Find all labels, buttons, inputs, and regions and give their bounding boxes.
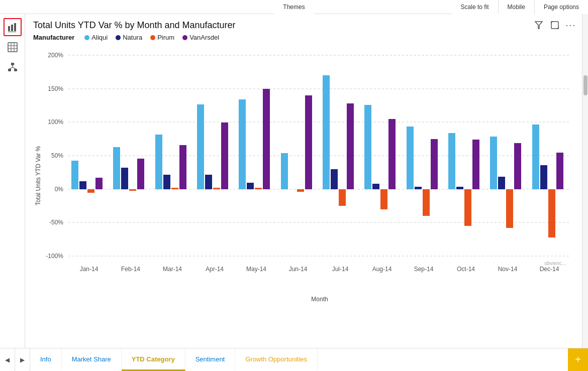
tab-info[interactable]: Info xyxy=(30,348,62,371)
svg-rect-90 xyxy=(548,189,555,237)
svg-rect-89 xyxy=(540,165,547,189)
sidebar-hierarchy[interactable] xyxy=(4,58,22,76)
expand-icon[interactable] xyxy=(549,19,561,31)
svg-rect-88 xyxy=(532,125,539,189)
vanarsdel-label: VanArsdel xyxy=(189,34,219,41)
filter-icon[interactable] xyxy=(533,19,545,31)
legend-vanarsdel: VanArsdel xyxy=(182,34,219,41)
svg-text:May-14: May-14 xyxy=(246,266,266,273)
tab-market-share[interactable]: Market Share xyxy=(62,348,122,371)
svg-rect-52 xyxy=(137,159,144,189)
scale-to-fit-button[interactable]: Scale to fit xyxy=(452,0,498,14)
svg-rect-4 xyxy=(8,43,17,52)
svg-rect-77 xyxy=(415,187,422,189)
top-toolbar: Themes Scale to fit Mobile Page options xyxy=(0,0,588,14)
tab-prev-button[interactable]: ◀ xyxy=(0,348,15,371)
svg-text:150%: 150% xyxy=(48,85,63,92)
svg-rect-3 xyxy=(8,32,16,32)
sidebar-bar-chart[interactable] xyxy=(4,18,22,36)
svg-rect-72 xyxy=(364,105,371,189)
svg-rect-81 xyxy=(456,187,463,189)
tab-growth-label: Growth Opportunities xyxy=(245,355,307,363)
tab-market-label: Market Share xyxy=(72,355,111,363)
svg-text:50%: 50% xyxy=(51,152,63,159)
tab-sentiment[interactable]: Sentiment xyxy=(185,348,236,371)
chart-legend: Manufacturer Aliqui Natura Pirum VanArsd… xyxy=(33,34,574,41)
svg-line-13 xyxy=(10,67,13,69)
svg-rect-73 xyxy=(372,184,379,189)
left-sidebar xyxy=(0,14,25,348)
tab-sentiment-label: Sentiment xyxy=(195,355,225,363)
tab-info-label: Info xyxy=(40,355,51,363)
svg-rect-10 xyxy=(8,69,11,71)
svg-rect-68 xyxy=(323,75,330,189)
main-layout: ··· Total Units YTD Var % by Month and M… xyxy=(0,14,588,348)
svg-text:obvienc...: obvienc... xyxy=(544,261,566,266)
svg-rect-83 xyxy=(472,140,479,189)
right-scrollbar[interactable] xyxy=(582,14,588,348)
svg-text:Sep-14: Sep-14 xyxy=(414,266,434,273)
add-tab-button[interactable]: + xyxy=(568,348,588,371)
svg-rect-67 xyxy=(305,95,312,189)
svg-text:Month: Month xyxy=(311,296,328,303)
aliqui-dot xyxy=(84,35,89,40)
tab-ytd-category[interactable]: YTD Category xyxy=(122,348,185,371)
chart-toolbar: ··· xyxy=(533,19,577,31)
natura-label: Natura xyxy=(123,34,142,41)
tab-next-button[interactable]: ▶ xyxy=(15,348,30,371)
svg-rect-48 xyxy=(95,178,103,189)
sidebar-table[interactable] xyxy=(4,38,22,56)
svg-rect-64 xyxy=(263,89,270,189)
themes-button[interactable]: Themes xyxy=(274,0,314,14)
svg-text:0%: 0% xyxy=(55,186,64,193)
svg-line-14 xyxy=(13,67,16,69)
svg-rect-1 xyxy=(11,25,13,31)
page-options-button[interactable]: Page options xyxy=(534,0,588,14)
svg-text:200%: 200% xyxy=(48,52,63,59)
svg-rect-2 xyxy=(14,23,16,31)
svg-rect-84 xyxy=(490,137,497,189)
chart-title: Total Units YTD Var % by Month and Manuf… xyxy=(33,20,574,31)
svg-rect-63 xyxy=(255,188,262,189)
svg-text:Total Units YTD Var %: Total Units YTD Var % xyxy=(35,146,42,206)
svg-rect-70 xyxy=(339,189,346,206)
svg-rect-57 xyxy=(197,104,204,189)
legend-natura: Natura xyxy=(116,34,142,41)
svg-text:Aug-14: Aug-14 xyxy=(372,266,392,273)
scrollbar-thumb[interactable] xyxy=(583,75,587,95)
svg-rect-80 xyxy=(448,133,455,189)
mobile-button[interactable]: Mobile xyxy=(498,0,534,14)
svg-rect-56 xyxy=(179,145,186,189)
toolbar-center: Themes xyxy=(274,0,314,14)
tab-growth-opportunities[interactable]: Growth Opportunities xyxy=(235,348,318,371)
chart-svg-wrapper: .grid-line { stroke: #ccc; stroke-width:… xyxy=(33,45,574,308)
svg-rect-58 xyxy=(205,175,212,189)
svg-text:Feb-14: Feb-14 xyxy=(121,266,140,273)
svg-rect-50 xyxy=(121,168,128,189)
svg-rect-61 xyxy=(239,99,246,189)
svg-rect-66 xyxy=(297,189,304,192)
svg-rect-85 xyxy=(498,177,505,189)
svg-rect-55 xyxy=(171,188,178,189)
svg-rect-69 xyxy=(331,169,338,189)
svg-rect-45 xyxy=(71,161,78,189)
svg-rect-47 xyxy=(87,189,94,193)
chart-area: ··· Total Units YTD Var % by Month and M… xyxy=(25,14,582,348)
svg-text:-50%: -50% xyxy=(49,219,63,226)
legend-aliqui: Aliqui xyxy=(84,34,108,41)
more-options-icon[interactable]: ··· xyxy=(565,19,577,31)
legend-pirum: Pirum xyxy=(150,34,174,41)
svg-rect-75 xyxy=(388,119,396,189)
svg-rect-16 xyxy=(551,22,558,29)
aliqui-label: Aliqui xyxy=(91,34,108,41)
svg-rect-82 xyxy=(464,189,471,226)
svg-rect-0 xyxy=(8,26,10,31)
svg-rect-60 xyxy=(221,122,228,189)
svg-rect-53 xyxy=(155,135,162,189)
toolbar-right: Scale to fit Mobile Page options xyxy=(452,0,588,14)
svg-text:Mar-14: Mar-14 xyxy=(163,266,182,273)
svg-rect-86 xyxy=(506,189,513,228)
chart-svg: .grid-line { stroke: #ccc; stroke-width:… xyxy=(33,45,582,306)
svg-marker-15 xyxy=(535,22,542,29)
svg-text:Apr-14: Apr-14 xyxy=(206,266,224,273)
